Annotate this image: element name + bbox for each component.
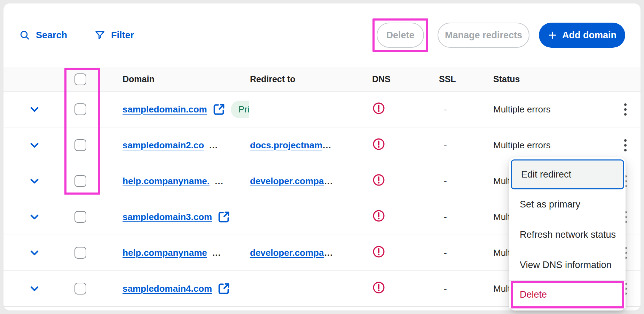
chevron-down-icon[interactable]: [29, 247, 40, 259]
row-checkbox[interactable]: [74, 247, 86, 259]
toolbar-right: Delete Manage redirects Add domain: [372, 18, 625, 52]
menu-item-view-dns-information[interactable]: View DNS information: [509, 250, 626, 280]
ssl-value: -: [438, 176, 493, 187]
annotation-box-delete-button: Delete: [372, 18, 428, 52]
delete-button[interactable]: Delete: [377, 23, 424, 48]
external-link-icon[interactable]: [217, 210, 231, 224]
status-text: Multiple errors: [493, 140, 613, 151]
ssl-value: -: [438, 283, 493, 294]
add-domain-label: Add domain: [562, 30, 616, 41]
truncation-ellipsis: …: [212, 248, 222, 258]
domain-link[interactable]: sampledomain4.com: [123, 283, 212, 294]
row-checkbox[interactable]: [74, 211, 86, 223]
redirect-link[interactable]: developer.compa: [250, 176, 324, 186]
dns-error-icon: [372, 245, 385, 258]
header-ssl: SSL: [438, 74, 493, 84]
domain-link[interactable]: sampledomain2.co: [123, 140, 204, 151]
toolbar: Search Filter Delete Manage redirects Ad…: [3, 3, 641, 67]
dns-error-icon: [372, 209, 385, 222]
dns-error-icon: [372, 138, 385, 151]
search-label: Search: [36, 30, 67, 41]
primary-badge: Primary: [231, 101, 249, 118]
menu-item-refresh-network-status[interactable]: Refresh network status: [509, 220, 626, 250]
domains-panel: Search Filter Delete Manage redirects Ad…: [3, 3, 641, 311]
chevron-down-icon[interactable]: [29, 175, 40, 187]
truncation-ellipsis: …: [209, 140, 219, 151]
dns-error-icon: [372, 173, 385, 187]
domain-link[interactable]: sampledomain.com: [123, 104, 207, 115]
header-status: Status: [493, 74, 613, 84]
kebab-menu-icon[interactable]: [621, 100, 630, 119]
select-all-checkbox[interactable]: [74, 73, 86, 85]
row-checkbox[interactable]: [74, 283, 86, 295]
menu-item-delete[interactable]: Delete: [509, 281, 626, 308]
ssl-value: -: [438, 212, 493, 222]
external-link-icon[interactable]: [217, 282, 231, 296]
row-checkbox[interactable]: [74, 103, 86, 115]
table-header-row: Domain Redirect to DNS SSL Status: [3, 67, 641, 92]
manage-redirects-button[interactable]: Manage redirects: [438, 23, 529, 48]
ssl-value: -: [438, 104, 493, 115]
chevron-down-icon[interactable]: [29, 211, 40, 223]
truncation-ellipsis: …: [322, 140, 332, 150]
toolbar-left: Search Filter: [19, 30, 134, 41]
truncation-ellipsis: …: [214, 176, 224, 187]
row-checkbox[interactable]: [74, 175, 86, 187]
ssl-value: -: [438, 140, 493, 151]
domain-link[interactable]: help.companyname.: [123, 176, 210, 187]
redirect-link[interactable]: developer.compa: [250, 248, 324, 258]
add-domain-button[interactable]: Add domain: [539, 23, 625, 48]
status-text: Multiple errors: [493, 104, 613, 115]
page-background: Search Filter Delete Manage redirects Ad…: [0, 0, 644, 314]
chevron-down-icon[interactable]: [29, 103, 40, 115]
plus-icon: [548, 30, 557, 40]
domain-link[interactable]: sampledomain3.com: [123, 212, 212, 222]
menu-item-edit-redirect[interactable]: Edit redirect: [511, 159, 624, 189]
domain-link[interactable]: help.companyname: [123, 248, 207, 258]
chevron-down-icon[interactable]: [29, 139, 40, 151]
dns-error-icon: [372, 281, 385, 294]
table-row: sampledomain.com Primary - Multiple erro…: [3, 92, 641, 127]
truncation-ellipsis: …: [324, 176, 333, 186]
filter-label: Filter: [111, 30, 134, 41]
filter-icon: [94, 30, 105, 41]
header-dns: DNS: [371, 74, 438, 84]
external-link-icon[interactable]: [212, 102, 226, 116]
header-checkbox-cell: [56, 73, 122, 85]
search-icon: [19, 30, 30, 41]
search-button[interactable]: Search: [19, 30, 67, 41]
header-domain: Domain: [122, 74, 249, 84]
ssl-value: -: [438, 248, 493, 258]
redirect-link[interactable]: docs.projectnam: [250, 140, 322, 150]
kebab-menu-icon[interactable]: [621, 136, 630, 155]
row-actions-menu: Edit redirect Set as primary Refresh net…: [509, 157, 626, 311]
menu-item-set-as-primary[interactable]: Set as primary: [509, 189, 626, 220]
chevron-down-icon[interactable]: [29, 283, 40, 295]
header-redirect-to: Redirect to: [249, 74, 371, 84]
row-checkbox[interactable]: [74, 139, 86, 151]
dns-error-icon: [372, 102, 385, 115]
truncation-ellipsis: …: [324, 248, 333, 258]
filter-button[interactable]: Filter: [94, 30, 134, 41]
